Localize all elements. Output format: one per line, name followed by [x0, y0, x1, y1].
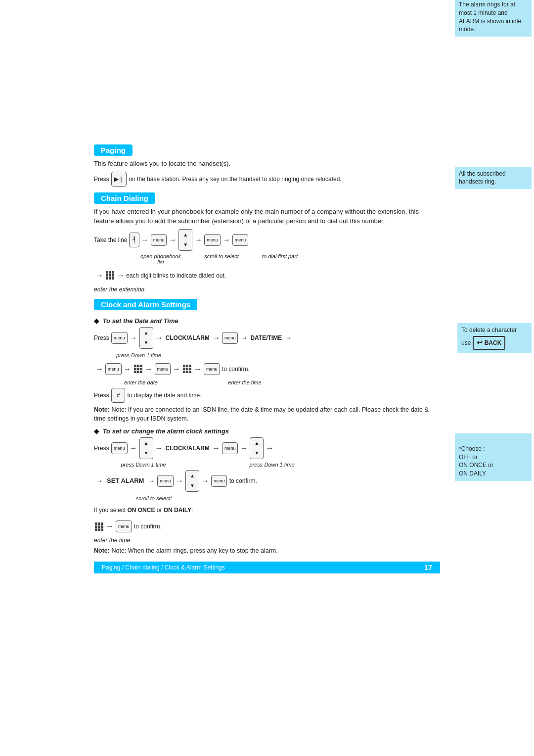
paging-para1: This feature allows you to locate the ha…: [94, 159, 440, 169]
scroll-key-alarm3: ▲▼: [185, 470, 199, 492]
colon-label: :: [191, 504, 193, 516]
arrow-dt7: →: [124, 361, 132, 377]
set-date-time-heading: ◆ To set the Date and Time: [94, 317, 440, 325]
arrow-dt3: →: [212, 330, 220, 346]
datetime-label: DATE/TIME: [250, 332, 282, 344]
chain-dialing-heading: Chain Dialing: [94, 192, 155, 204]
chain-dialing-section: Chain Dialing If you have entered in you…: [94, 192, 440, 293]
paging-speaker-key: ▶❘: [111, 172, 127, 187]
arrow-dt10: →: [194, 361, 202, 377]
speaker-icon: ▶❘: [114, 173, 124, 185]
paging-step-row: Press ▶❘ on the base station. Press any …: [94, 172, 440, 187]
arrow1: →: [141, 232, 149, 248]
paging-sidebar-note: All the subscribed handsets ring.: [455, 167, 532, 189]
arrow5: →: [95, 268, 103, 284]
numpad-icon3: [183, 365, 191, 373]
arrow-dt4: →: [240, 330, 248, 346]
alarm-step1-labels: press Down 1 time press Down 1 time: [116, 462, 440, 468]
set-date-step2: → menu → → menu → → menu to confi: [94, 361, 440, 377]
if-select-label: If you select: [94, 504, 126, 516]
back-label: BACK: [485, 339, 502, 347]
press-label2: Press: [94, 389, 109, 401]
arrow-dt5: →: [284, 330, 292, 346]
on-once-label: ON ONCE: [127, 504, 155, 516]
enter-time-italic-label: enter the time: [94, 537, 440, 544]
enter-date-label: enter the date: [111, 379, 171, 385]
each-digit-label: each digit blinks to indicate dialed out…: [126, 270, 226, 282]
back-arrow-icon: ↩: [477, 338, 483, 348]
scroll-select-label: scroll to select*: [136, 495, 173, 501]
clock-alarm-label1: CLOCK/ALARM: [166, 332, 210, 344]
menu-key-dt2: menu: [222, 332, 238, 344]
paging-para2-suffix: on the base station. Press any key on th…: [129, 173, 341, 185]
menu-key-alarm2: menu: [222, 442, 238, 454]
press-label1: Press: [94, 332, 109, 344]
diamond-icon1: ◆: [94, 317, 99, 325]
set-alarm-label: SET ALARM: [107, 474, 144, 487]
arrow-dt9: →: [173, 361, 180, 377]
paging-heading: Paging: [94, 144, 133, 156]
date-time-labels: enter the date enter the time: [111, 379, 440, 385]
take-line-label: Take the line: [94, 234, 127, 246]
back-button-box: ↩ BACK: [473, 336, 506, 350]
press-down1-label: press Down 1 time: [116, 462, 171, 468]
paging-section: Paging This feature allows you to locate…: [94, 144, 440, 187]
press-hash-row: Press # to display the date and time.: [94, 388, 440, 403]
delete-char-note: To delete a character use ↩ BACK: [457, 323, 532, 353]
menu-key-dt1: menu: [111, 332, 128, 344]
menu-key-dt4: menu: [155, 363, 171, 375]
set-alarm-heading: ◆ To set or change the alarm clock setti…: [94, 427, 440, 435]
arrow-a6: →: [95, 473, 103, 489]
menu-key1: menu: [151, 234, 167, 246]
or-label: or: [157, 504, 162, 516]
arrow-a3: →: [212, 440, 220, 456]
footer-label: Paging / Chain dialing / Clock & Alarm S…: [102, 564, 225, 571]
page-wrapper: Paging This feature allows you to locate…: [0, 0, 534, 756]
choose-note: *Choose : OFF or ON ONCE or ON DAILY: [455, 433, 532, 481]
menu-key-alarm3: menu: [157, 475, 174, 487]
enter-extension-label: enter the extension: [94, 286, 440, 293]
chain-step1-row: Take the line ┦ → menu → ▲▼ → menu → men…: [94, 229, 440, 251]
page-number: 17: [424, 564, 432, 571]
arrow-dt1: →: [130, 330, 137, 346]
arrow-dt8: →: [145, 361, 153, 377]
label-open-phonebook: open phonebook list: [138, 253, 183, 265]
numpad-icon4: [95, 522, 103, 531]
label-dial-first: to dial first part: [260, 253, 300, 259]
alarm-confirm-label: to confirm.: [229, 475, 257, 487]
arrow-a9: →: [201, 473, 209, 489]
scroll-key-alarm2: ▲▼: [250, 437, 264, 459]
clock-alarm-label2: CLOCK/ALARM: [166, 442, 210, 454]
alarm-info-note: The alarm rings for at most 1 minute and…: [455, 0, 532, 37]
chain-step2-row: → → each digit blinks to indicate dialed…: [94, 268, 440, 284]
press-label3: Press: [94, 442, 109, 454]
chain-step1-labels: open phonebook list scroll to select to …: [138, 253, 440, 265]
scroll-key-alarm1: ▲▼: [139, 437, 153, 459]
display-datetime-label: to display the date and time.: [127, 389, 201, 401]
scroll-key-dt1: ▲▼: [139, 327, 153, 349]
numpad-icon1: [106, 271, 114, 280]
alarm-note: Note: Note: When the alarm rings, press …: [94, 546, 440, 556]
clock-alarm-heading: Clock and Alarm Settings: [94, 299, 197, 310]
arrow-a8: →: [176, 473, 183, 489]
clock-alarm-section: Clock and Alarm Settings ◆ To set the Da…: [94, 299, 440, 556]
arrow-a1: →: [130, 440, 137, 456]
chain-dialing-para1: If you have entered in your phonebook fo…: [94, 207, 440, 226]
menu-key3: menu: [232, 234, 249, 246]
scroll-key1: ▲▼: [178, 229, 192, 251]
enter-time-step: → menu to confirm.: [94, 519, 440, 534]
line-key: ┦: [129, 233, 139, 247]
on-daily-label: ON DAILY: [164, 504, 191, 516]
press-down2-label: press Down 1 time: [245, 462, 299, 468]
arrow2: →: [169, 232, 177, 248]
enter-time-confirm: to confirm.: [134, 520, 162, 532]
arrow3: →: [194, 232, 202, 248]
alarm-step1: Press menu → ▲▼ → CLOCK/ALARM → menu → ▲…: [94, 437, 440, 459]
arrow-dt2: →: [155, 330, 163, 346]
arrow6: →: [117, 268, 125, 284]
hash-key: #: [111, 388, 125, 403]
arrow-a4: →: [240, 440, 248, 456]
footer-bar: Paging / Chain dialing / Clock & Alarm S…: [94, 562, 440, 573]
arrow-a7: →: [147, 473, 155, 489]
on-once-row: If you select ON ONCE or ON DAILY : The …: [94, 504, 440, 516]
